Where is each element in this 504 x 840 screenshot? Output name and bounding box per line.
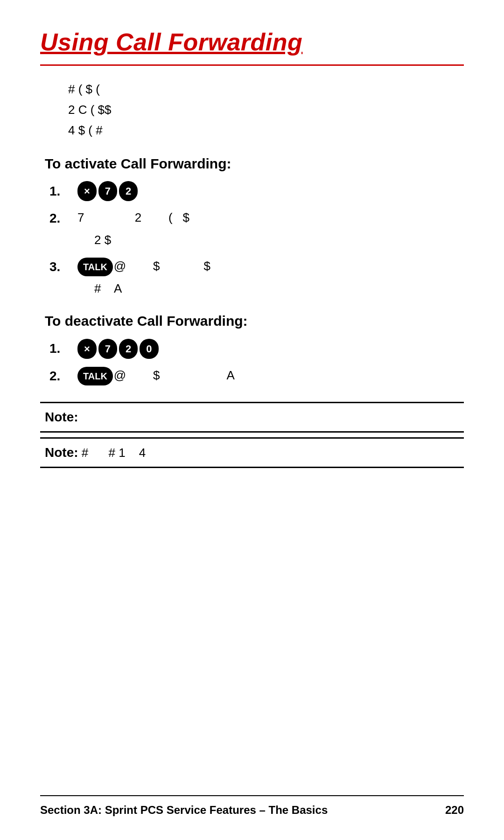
deactivate-step-1: 1. × 7 2 0 (49, 338, 464, 359)
step-content: TALK@ $ $ # A (77, 257, 464, 299)
step-number: 3. (49, 257, 77, 278)
title-rule (40, 64, 464, 66)
step-content: × 7 2 (77, 181, 464, 202)
intro-line-3: 4 $ ( # (68, 120, 464, 140)
key-2: 2 (119, 339, 138, 359)
key-0: 0 (140, 339, 158, 359)
key-x: × (77, 181, 97, 201)
deactivate-steps: 1. × 7 2 0 2. TALK@ $ A (40, 338, 464, 387)
note-label-1: Note: (45, 410, 78, 424)
footer-left: Section 3A: Sprint PCS Service Features … (40, 804, 328, 817)
step-sub: # A (77, 279, 464, 299)
step-sub: 2 $ (77, 231, 464, 250)
page-footer: Section 3A: Sprint PCS Service Features … (40, 795, 464, 817)
talk-key: TALK (77, 258, 113, 276)
activate-steps: 1. × 7 2 2. 7 2 ( $ 2 $ 3. (40, 181, 464, 299)
activate-step-2: 2. 7 2 ( $ 2 $ (49, 208, 464, 250)
note-symbol: # (82, 446, 88, 460)
at-symbol: @ (114, 259, 126, 273)
step-number: 1. (49, 181, 77, 202)
step-number: 2. (49, 366, 77, 387)
step-content: × 7 2 0 (77, 338, 464, 359)
key-sequence-activate: × 7 2 (77, 181, 138, 201)
key-sequence-deactivate: × 7 2 0 (77, 339, 159, 359)
step-number: 2. (49, 208, 77, 229)
note-block-2: Note: # # 1 4 (40, 437, 464, 468)
footer-right: 220 (445, 804, 464, 817)
intro-line-1: # ( $ ( (68, 79, 464, 99)
deactivate-label: To deactivate Call Forwarding: (45, 313, 464, 329)
deactivate-step-2: 2. TALK@ $ A (49, 366, 464, 387)
talk-key: TALK (77, 367, 113, 385)
key-7: 7 (98, 339, 117, 359)
note-block-1: Note: (40, 402, 464, 433)
key-2: 2 (119, 181, 138, 201)
step-content: TALK@ $ A (77, 366, 464, 385)
note-text-2: # 1 4 (109, 446, 146, 460)
intro-line-2: 2 C ( $$ (68, 99, 464, 120)
step-content: 7 2 ( $ 2 $ (77, 208, 464, 250)
activate-step-3: 3. TALK@ $ $ # A (49, 257, 464, 299)
note-label-2: Note: (45, 445, 78, 460)
at-symbol: @ (114, 368, 126, 382)
step-number: 1. (49, 338, 77, 359)
intro-block: # ( $ ( 2 C ( $$ 4 $ ( # (40, 79, 464, 141)
page-title: Using Call Forwarding (40, 28, 464, 56)
activate-step-1: 1. × 7 2 (49, 181, 464, 202)
key-7: 7 (98, 181, 117, 201)
key-x: × (77, 339, 97, 359)
activate-label: To activate Call Forwarding: (45, 156, 464, 172)
